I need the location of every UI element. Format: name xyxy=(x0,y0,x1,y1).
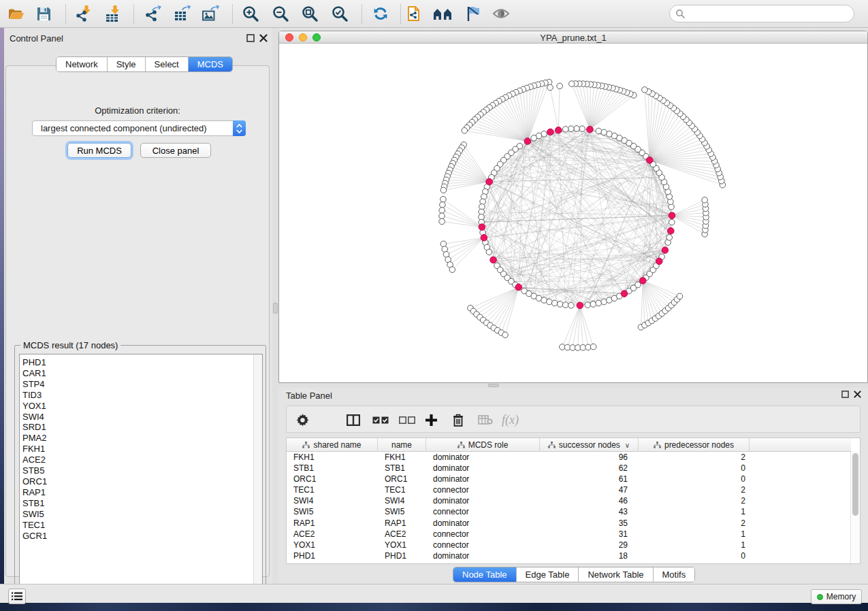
network-leaf-node[interactable] xyxy=(439,208,445,214)
mcds-result-item[interactable]: ACE2 xyxy=(22,455,253,465)
network-hub-node[interactable] xyxy=(486,178,493,185)
network-leaf-node[interactable] xyxy=(440,187,447,193)
table-row[interactable]: ORC1ORC1dominator610 xyxy=(287,474,851,484)
network-leaf-node[interactable] xyxy=(440,202,446,208)
network-hub-node[interactable] xyxy=(555,127,562,134)
network-hub-node[interactable] xyxy=(646,157,653,164)
network-edge[interactable] xyxy=(473,287,518,311)
network-edge[interactable] xyxy=(558,86,560,130)
column-header-name[interactable]: name xyxy=(378,438,426,452)
tab-select[interactable]: Select xyxy=(146,57,189,71)
open-session-button[interactable] xyxy=(4,2,29,25)
import-network-button[interactable] xyxy=(71,2,95,25)
tab-mcds[interactable]: MCDS xyxy=(189,57,232,71)
network-edge[interactable] xyxy=(641,281,643,327)
vertical-splitter[interactable] xyxy=(272,28,278,584)
network-node[interactable] xyxy=(531,135,537,142)
network-node[interactable] xyxy=(568,302,575,308)
network-leaf-node[interactable] xyxy=(502,332,509,338)
network-node[interactable] xyxy=(551,300,558,306)
network-leaf-node[interactable] xyxy=(439,213,445,219)
network-hub-node[interactable] xyxy=(656,258,662,265)
network-edge[interactable] xyxy=(528,84,542,142)
delete-table-button[interactable] xyxy=(478,410,493,430)
network-canvas[interactable] xyxy=(279,44,867,382)
network-leaf-node[interactable] xyxy=(702,197,708,203)
network-hub-node[interactable] xyxy=(524,138,531,145)
apply-layout-button[interactable] xyxy=(368,2,393,25)
network-hub-node[interactable] xyxy=(669,212,675,219)
network-edge[interactable] xyxy=(464,145,489,182)
export-network-button[interactable] xyxy=(140,2,165,25)
import-table-button[interactable] xyxy=(101,2,125,25)
zoom-out-button[interactable] xyxy=(268,2,293,25)
show-columns-button[interactable] xyxy=(347,410,360,430)
network-edge[interactable] xyxy=(649,114,680,160)
network-edge[interactable] xyxy=(590,89,616,129)
table-row[interactable]: FKH1FKH1dominator962 xyxy=(287,452,851,463)
network-hub-node[interactable] xyxy=(587,126,594,133)
network-hub-node[interactable] xyxy=(481,235,487,242)
select-all-button[interactable] xyxy=(372,410,389,430)
mcds-result-item[interactable]: FKH1 xyxy=(22,444,253,455)
network-node[interactable] xyxy=(590,301,596,308)
network-node[interactable] xyxy=(579,126,585,132)
splitter-grip[interactable] xyxy=(488,384,499,387)
tab-motifs[interactable]: Motifs xyxy=(654,567,695,582)
network-hub-node[interactable] xyxy=(639,278,646,284)
network-edge[interactable] xyxy=(672,216,705,230)
network-leaf-node[interactable] xyxy=(569,81,575,87)
network-edge[interactable] xyxy=(484,130,593,237)
zoom-in-button[interactable] xyxy=(238,2,263,25)
network-leaf-node[interactable] xyxy=(440,241,447,247)
network-node[interactable] xyxy=(585,302,591,308)
delete-column-button[interactable] xyxy=(453,410,464,430)
network-edge[interactable] xyxy=(450,237,484,265)
mcds-result-item[interactable]: STB1 xyxy=(22,498,253,509)
search-input[interactable] xyxy=(685,7,854,20)
network-edge[interactable] xyxy=(583,84,590,129)
mcds-result-item[interactable]: TEC1 xyxy=(22,520,253,531)
network-leaf-node[interactable] xyxy=(557,83,563,89)
mcds-result-item[interactable]: SWI4 xyxy=(22,412,253,423)
network-edge[interactable] xyxy=(483,112,528,142)
network-edge[interactable] xyxy=(490,287,519,325)
table-row[interactable]: PHD1PHD1dominator180 xyxy=(287,550,851,561)
mcds-result-item[interactable]: STP4 xyxy=(22,379,253,390)
save-session-button[interactable] xyxy=(31,2,56,25)
network-edge[interactable] xyxy=(442,216,482,227)
network-edge[interactable] xyxy=(575,84,590,129)
mcds-result-item[interactable]: STB5 xyxy=(22,465,253,476)
network-node[interactable] xyxy=(596,300,602,306)
network-edge[interactable] xyxy=(448,237,484,259)
network-leaf-node[interactable] xyxy=(677,293,683,299)
mcds-result-item[interactable]: PHD1 xyxy=(22,357,253,368)
network-edge[interactable] xyxy=(550,88,558,131)
show-hidden-button[interactable] xyxy=(489,2,513,25)
network-node[interactable] xyxy=(562,127,568,133)
network-hub-node[interactable] xyxy=(479,224,485,231)
mcds-result-item[interactable]: PMA2 xyxy=(22,433,253,444)
column-header-predecessor-nodes[interactable]: predecessor nodes xyxy=(639,438,750,452)
tab-style[interactable]: Style xyxy=(108,57,146,71)
table-row[interactable]: ACE2ACE2connector311 xyxy=(287,529,851,540)
network-node[interactable] xyxy=(547,299,553,305)
network-hub-node[interactable] xyxy=(621,291,628,297)
zoom-selected-button[interactable] xyxy=(327,2,352,25)
panel-menu-button[interactable] xyxy=(8,589,26,604)
close-panel-button[interactable]: Close panel xyxy=(140,143,211,158)
network-edge[interactable] xyxy=(470,287,519,308)
hide-selected-button[interactable] xyxy=(460,2,484,25)
network-leaf-node[interactable] xyxy=(440,197,447,203)
float-panel-icon[interactable] xyxy=(246,34,255,42)
network-document-button[interactable] xyxy=(402,2,426,25)
column-header-mcds-role[interactable]: MCDS role xyxy=(426,438,540,452)
network-hub-node[interactable] xyxy=(667,228,674,235)
network-leaf-node[interactable] xyxy=(449,267,455,273)
network-edge[interactable] xyxy=(482,207,643,281)
network-edge[interactable] xyxy=(590,94,630,129)
tab-network-table[interactable]: Network Table xyxy=(579,567,653,582)
deselect-all-button[interactable] xyxy=(399,410,416,430)
network-leaf-node[interactable] xyxy=(590,344,596,350)
table-row[interactable]: SWI4SWI4dominator462 xyxy=(287,495,851,506)
